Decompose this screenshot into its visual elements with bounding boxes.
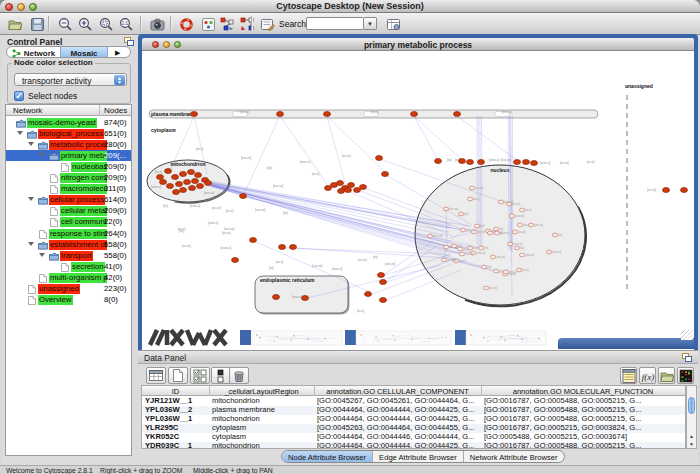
expand-arrow-icon[interactable] [28, 142, 34, 146]
network-view-titlebar[interactable]: primary metabolic process [142, 38, 694, 51]
column-header[interactable]: ID [142, 387, 209, 396]
graph-node[interactable] [157, 175, 164, 180]
tree-row-cell-communicat[interactable]: cell communicat22(0) [6, 217, 131, 228]
graph-node[interactable] [279, 245, 286, 250]
graph-node-small[interactable] [478, 246, 483, 250]
graph-node[interactable] [478, 160, 485, 165]
graph-node-small[interactable] [467, 246, 472, 250]
graph-node[interactable] [459, 159, 466, 164]
tree-row-primary-metabo[interactable]: primary metabo209(... [6, 150, 131, 161]
select-nodes-checkbox[interactable]: ✓ [14, 91, 24, 101]
graph-node[interactable] [365, 292, 372, 297]
graph-node-small[interactable] [512, 230, 517, 234]
scrollbar-thumb[interactable] [688, 397, 695, 414]
tree-row-cellular-metabo[interactable]: cellular metabo209(0) [6, 206, 131, 217]
graph-node[interactable] [192, 179, 199, 184]
attribute-table-button[interactable] [146, 367, 166, 384]
graph-node[interactable] [380, 280, 387, 285]
graph-node-small[interactable] [469, 186, 474, 190]
table-scrollbar[interactable]: ▲ ▼ [686, 385, 697, 449]
tree-row-multi-organism-pro[interactable]: multi-organism pro42(0) [6, 272, 131, 283]
graph-node-small[interactable] [443, 207, 448, 211]
select-attributes-button[interactable] [190, 367, 210, 384]
graph-node-small[interactable] [516, 268, 521, 272]
table-row-ykr052c[interactable]: YKR052Ccytoplasm[GO:0044464, GO:0044446,… [142, 433, 685, 442]
column-header[interactable]: _cellularLayoutRegion [209, 387, 314, 396]
graph-node[interactable] [324, 112, 331, 117]
graph-node[interactable] [531, 161, 538, 166]
graph-node[interactable] [172, 175, 179, 180]
tree-row-nitrogen-compo[interactable]: nitrogen compo209(0) [6, 173, 131, 184]
graph-node[interactable] [250, 238, 257, 243]
tree-column-network[interactable]: Network [13, 106, 42, 115]
graph-node-small[interactable] [498, 200, 503, 204]
graph-node[interactable] [173, 190, 180, 195]
tree-row-overview[interactable]: Overview8(0) [6, 295, 131, 306]
open-folder-button[interactable] [6, 15, 24, 33]
graph-node-small[interactable] [519, 253, 524, 257]
graph-node[interactable] [197, 184, 204, 189]
network-canvas[interactable]: plasma membranecytoplasmmitochondrionnuc… [142, 51, 694, 339]
graph-node[interactable] [290, 245, 297, 250]
graph-node[interactable] [273, 295, 280, 300]
graph-node[interactable] [345, 188, 352, 193]
column-divider[interactable] [314, 386, 315, 396]
graph-node[interactable] [360, 185, 367, 190]
table-row-ypl036w__2[interactable]: YPL036W__2plasma membrane[GO:0044464, GO… [142, 406, 685, 415]
float-panel-icon[interactable] [124, 37, 134, 46]
zoom-selected-button[interactable] [97, 15, 115, 33]
graph-node[interactable] [232, 258, 239, 263]
graph-node[interactable] [467, 160, 474, 165]
graph-node[interactable] [189, 186, 196, 191]
graph-node-small[interactable] [514, 246, 519, 250]
delete-attribute-button[interactable] [229, 367, 249, 384]
graph-node[interactable] [378, 273, 385, 278]
attribute-mode-button[interactable] [211, 367, 231, 384]
graph-node-small[interactable] [490, 255, 495, 259]
help-ring-button[interactable] [177, 15, 195, 33]
graph-node[interactable] [240, 194, 247, 199]
table-row-ylr295c[interactable]: YLR295Ccytoplasm[GO:0045263, GO:0044464,… [142, 424, 685, 433]
graph-node[interactable] [454, 112, 461, 117]
graph-node-small[interactable] [443, 245, 448, 249]
float-data-panel-icon[interactable] [682, 353, 692, 362]
tree-row-metabolic-process[interactable]: metabolic process280(0) [6, 139, 131, 150]
tab-network[interactable]: Network [7, 47, 60, 58]
tree-row-mosaic-demo-yeast[interactable]: mosaic-demo-yeast874(0) [6, 117, 131, 128]
import-attributes-button[interactable] [238, 15, 256, 33]
new-attribute-button[interactable] [168, 367, 188, 384]
camera-button[interactable] [148, 15, 166, 33]
graph-node-small[interactable] [507, 242, 512, 246]
graph-node-small[interactable] [487, 231, 492, 235]
node-color-dropdown[interactable]: transporter activity ▲▼ [14, 73, 127, 86]
graph-node-small[interactable] [467, 197, 472, 201]
graph-node[interactable] [191, 112, 198, 117]
expand-arrow-icon[interactable] [28, 197, 34, 201]
zoom-in-button[interactable] [76, 15, 94, 33]
tab-node-attribute-browser[interactable]: Node Attribute Browser [282, 451, 373, 463]
graph-node-small[interactable] [471, 230, 476, 234]
save-button[interactable] [28, 15, 46, 33]
graph-node-small[interactable] [459, 252, 464, 256]
graph-node[interactable] [376, 156, 383, 161]
graph-node-small[interactable] [483, 286, 488, 290]
expand-arrow-icon[interactable] [28, 242, 34, 246]
tree-row-transport[interactable]: transport558(0) [6, 250, 131, 261]
graph-node-small[interactable] [441, 258, 446, 262]
graph-node-small[interactable] [458, 212, 463, 216]
graph-node[interactable] [514, 160, 521, 165]
tree-row-biological-process[interactable]: biological_process651(0) [6, 128, 131, 139]
graph-node-small[interactable] [552, 233, 557, 237]
zoom-out-button[interactable] [56, 15, 74, 33]
graph-node[interactable] [523, 160, 530, 165]
graph-node[interactable] [382, 172, 389, 177]
graph-node-small[interactable] [494, 231, 499, 235]
tree-row-unassigned[interactable]: unassigned223(0) [6, 284, 131, 295]
graph-node-small[interactable] [528, 223, 533, 227]
graph-node[interactable] [277, 112, 284, 117]
graph-node-small[interactable] [546, 250, 551, 254]
graph-node[interactable] [411, 112, 418, 117]
graph-node[interactable] [195, 173, 202, 178]
graph-node-small[interactable] [460, 228, 465, 232]
zoom-fit-button[interactable]: 1:1 [117, 15, 135, 33]
